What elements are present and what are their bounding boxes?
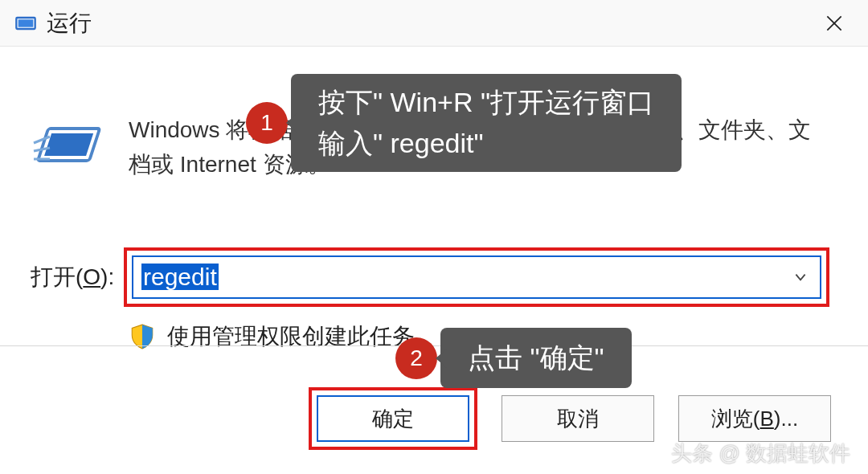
browse-button-label: 浏览(B)... — [711, 405, 798, 433]
open-field-highlight: regedit — [124, 247, 829, 307]
open-row: 打开(O): regedit — [31, 247, 829, 307]
watermark: 头条 @ 数据蛙软件 — [671, 439, 850, 468]
open-label-post: ): — [100, 264, 114, 289]
svg-rect-5 — [44, 133, 93, 156]
open-input[interactable]: regedit — [141, 264, 789, 291]
callout-text-1: 按下" Win+R "打开运行窗口 输入" regedit" — [291, 74, 682, 172]
admin-note-row: 使用管理权限创建此任务。 — [129, 321, 437, 352]
open-label: 打开(O): — [31, 262, 117, 292]
chevron-down-icon[interactable] — [789, 270, 812, 284]
cancel-button[interactable]: 取消 — [502, 395, 654, 442]
window-title: 运行 — [47, 8, 92, 39]
open-combobox[interactable]: regedit — [132, 255, 821, 299]
callout-text-2: 点击 "确定" — [440, 328, 632, 388]
open-input-selection: regedit — [141, 264, 219, 290]
close-icon — [824, 13, 845, 34]
close-button[interactable] — [805, 3, 863, 43]
run-small-icon — [14, 12, 37, 35]
browse-button[interactable]: 浏览(B)... — [678, 395, 831, 442]
titlebar-left: 运行 — [14, 8, 92, 39]
cancel-button-label: 取消 — [557, 405, 599, 433]
open-label-underline: O — [83, 264, 100, 289]
ok-button-label: 确定 — [372, 405, 414, 433]
svg-rect-1 — [18, 19, 34, 27]
callout-step-2: 2 点击 "确定" — [395, 328, 632, 388]
run-large-icon — [32, 119, 109, 175]
callout-step-1: 1 按下" Win+R "打开运行窗口 输入" regedit" — [246, 74, 682, 172]
titlebar: 运行 — [0, 0, 868, 47]
open-label-pre: 打开( — [31, 264, 83, 289]
ok-button-highlight: 确定 — [309, 387, 477, 450]
ok-button[interactable]: 确定 — [317, 395, 469, 442]
